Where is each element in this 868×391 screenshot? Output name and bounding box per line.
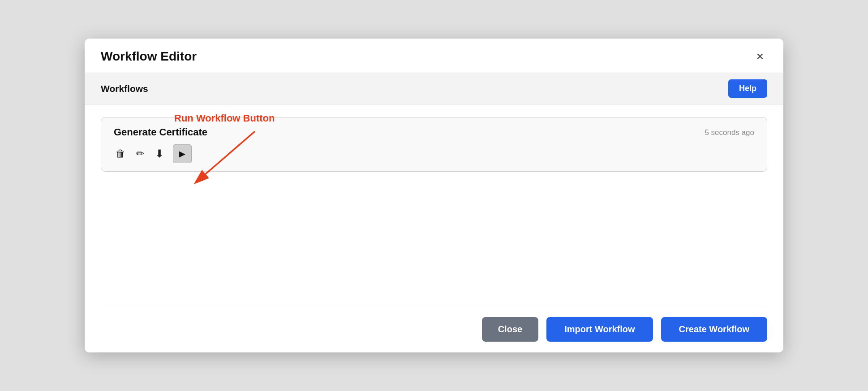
- import-workflow-button[interactable]: Import Workflow: [546, 317, 653, 342]
- create-workflow-button[interactable]: Create Workflow: [661, 317, 767, 342]
- dialog-footer: Close Import Workflow Create Workflow: [85, 306, 783, 352]
- close-button[interactable]: Close: [482, 317, 538, 342]
- play-icon: ▶: [179, 149, 185, 159]
- dialog-close-button[interactable]: ×: [753, 48, 767, 65]
- edit-button[interactable]: ✏: [134, 146, 146, 161]
- help-button[interactable]: Help: [728, 79, 767, 98]
- download-icon: ⬇: [155, 148, 164, 160]
- workflows-label: Workflows: [101, 83, 148, 94]
- workflow-card: Generate Certificate 🗑 ✏ ⬇ ▶ 5 s: [101, 117, 767, 172]
- run-workflow-button[interactable]: ▶: [173, 144, 192, 163]
- content-area: Run Workflow Button Generate Certificate…: [85, 104, 783, 306]
- delete-button[interactable]: 🗑: [114, 146, 127, 161]
- workflow-card-left: Generate Certificate 🗑 ✏ ⬇ ▶: [114, 126, 207, 163]
- dialog-title: Workflow Editor: [101, 49, 197, 64]
- dialog-title-bar: Workflow Editor ×: [85, 39, 783, 73]
- workflow-timestamp: 5 seconds ago: [705, 126, 754, 137]
- workflow-name: Generate Certificate: [114, 126, 207, 138]
- edit-icon: ✏: [136, 148, 144, 160]
- toolbar-bar: Workflows Help: [85, 73, 783, 104]
- delete-icon: 🗑: [116, 148, 125, 160]
- download-button[interactable]: ⬇: [153, 146, 166, 162]
- workflow-actions: 🗑 ✏ ⬇ ▶: [114, 144, 207, 163]
- workflow-editor-dialog: Workflow Editor × Workflows Help Run Wor…: [85, 39, 783, 352]
